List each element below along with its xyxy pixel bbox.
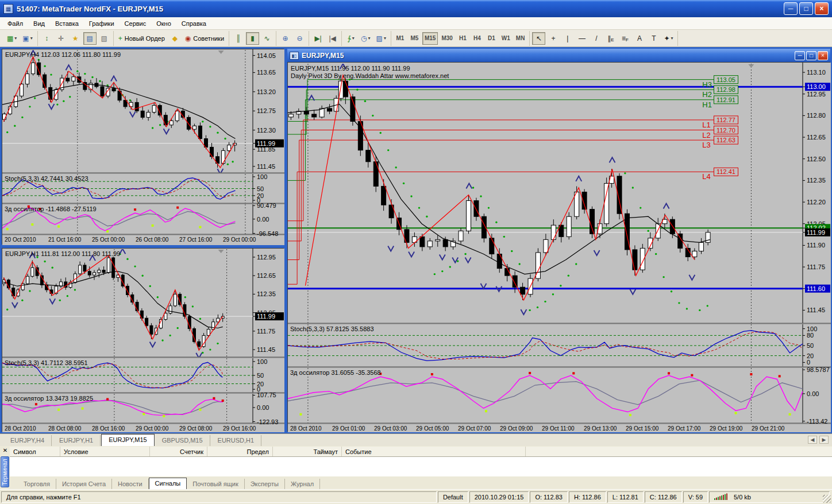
candle <box>304 111 309 114</box>
indicators-button[interactable]: ∱▾ <box>344 32 357 45</box>
menu-item-справка[interactable]: Справка <box>176 19 211 28</box>
terminal-tab-торговля[interactable]: Торговля <box>18 479 56 489</box>
arrows-tool-button[interactable]: ✦▾ <box>661 32 675 45</box>
pivot-label: L1 <box>702 121 710 129</box>
m15-chart-area[interactable]: H3113.05H2112.98H1112.91L1112.77L2112.70… <box>287 62 830 432</box>
new-order-button[interactable]: +Новый Ордер <box>116 32 167 45</box>
line-chart-button[interactable]: ∿ <box>260 32 274 45</box>
cursor-button[interactable]: ↖ <box>532 32 545 45</box>
chevron-down-icon: ▾ <box>30 36 33 41</box>
sar-dot <box>209 348 211 350</box>
maximize-button[interactable]: □ <box>799 2 813 15</box>
m15-chart-svg[interactable]: H3113.05H2112.98H1112.91L1112.77L2112.70… <box>288 63 831 432</box>
crosshair-button[interactable]: + <box>546 32 560 45</box>
chart-tab-eurjpy-m15[interactable]: EURJPY,M15 <box>101 434 154 446</box>
timeframe-w1-button[interactable]: W1 <box>499 32 513 45</box>
chart-close-button[interactable]: × <box>818 51 828 60</box>
timeframe-d1-button[interactable]: D1 <box>485 32 498 45</box>
menu-item-сервис[interactable]: Сервис <box>120 19 152 28</box>
terminal-tab-почтовый-ящик[interactable]: Почтовый ящик <box>187 479 244 489</box>
chart-minimize-button[interactable]: ─ <box>795 51 805 60</box>
axis-label: 111.99 <box>807 229 825 236</box>
menu-item-графики[interactable]: Графики <box>84 19 120 28</box>
close-button[interactable]: × <box>815 2 829 15</box>
axis-label: 111.85 <box>257 146 275 153</box>
timeframe-h4-button[interactable]: H4 <box>471 32 484 45</box>
sar-dot <box>640 207 641 208</box>
axis-label: 112.65 <box>257 272 276 279</box>
timeframe-m1-button[interactable]: M1 <box>394 32 407 45</box>
equidistant-channel-sub: E <box>611 37 614 42</box>
chart-shift-button[interactable]: |◀ <box>326 32 339 45</box>
templates-button[interactable]: ▨▾ <box>374 32 388 45</box>
terminal-columns: СимволУсловиеСчетчикПределТаймаутСобытие <box>10 447 832 457</box>
text-button[interactable]: A <box>633 32 646 45</box>
chart-tab-eurusd-h1[interactable]: EURUSD,H1 <box>211 435 262 446</box>
h4-chart-svg[interactable]: 114.05113.65113.20112.75112.30111.99111.… <box>2 49 284 245</box>
timeframe-h1-button[interactable]: H1 <box>456 32 469 45</box>
h4-chart-area[interactable]: 114.05113.65113.20112.75112.30111.99111.… <box>2 49 284 245</box>
svg-text:112.91: 112.91 <box>717 96 735 103</box>
candle <box>459 231 463 241</box>
sar-dot <box>199 318 201 320</box>
market-watch-button[interactable]: ↕ <box>40 32 53 45</box>
tab-scroll-left-icon[interactable]: ◀ <box>808 436 817 444</box>
data-window-button[interactable]: ✛ <box>55 32 68 45</box>
minimize-button[interactable]: ─ <box>784 2 798 15</box>
candlestick-button[interactable]: ▮ <box>246 32 259 45</box>
candle <box>147 112 150 117</box>
sar-dot <box>519 263 521 265</box>
date-label: 29 Oct 15:00 <box>626 425 659 432</box>
sar-dot <box>29 290 30 292</box>
vertical-line-button[interactable]: | <box>561 32 574 45</box>
sar-dot <box>678 302 680 304</box>
profiles-button[interactable]: ▣▾ <box>20 32 34 45</box>
terminal-close-icon[interactable]: ✕ <box>2 448 9 455</box>
new-chart-button[interactable]: ▦▾ <box>5 32 19 45</box>
chart-tab-eurjpy-h4[interactable]: EURJPY,H4 <box>3 435 52 446</box>
trendline-button[interactable]: / <box>590 32 603 45</box>
navigator-button[interactable]: ★ <box>69 32 82 45</box>
candle <box>490 238 494 254</box>
terminal-tab-эксперты[interactable]: Эксперты <box>245 479 285 489</box>
date-label: 26 Oct 08:00 <box>136 237 169 243</box>
fibonacci-button[interactable]: ≡F <box>618 32 631 45</box>
timeframe-m15-button[interactable]: M15 <box>422 32 438 45</box>
timeframe-mn-button[interactable]: MN <box>514 32 527 45</box>
chart-tab-eurjpy-h1[interactable]: EURJPY,H1 <box>52 435 101 446</box>
chart-tab-gbpusd-m15[interactable]: GBPUSD,M15 <box>155 435 210 446</box>
menu-item-вид[interactable]: Вид <box>28 19 50 28</box>
menu-item-файл[interactable]: Файл <box>2 19 28 28</box>
terminal-vertical-tab[interactable]: Терминал <box>1 456 9 487</box>
terminal-body[interactable] <box>10 457 832 476</box>
horizontal-line-button[interactable]: — <box>575 32 588 45</box>
terminal-tab-журнал[interactable]: Журнал <box>285 479 320 489</box>
tab-scroll-right-icon[interactable]: ▶ <box>819 436 829 444</box>
h1-chart-area[interactable]: 112.95112.65112.35112.05111.99111.75111.… <box>2 248 284 432</box>
advisors-button[interactable]: ◉Советники <box>183 32 226 45</box>
chart-window-titlebar[interactable]: ▮▯ EURJPY,M15 ─ □ × <box>287 49 830 62</box>
menu-item-вставка[interactable]: Вставка <box>50 19 84 28</box>
sar-dot <box>699 309 700 311</box>
strategy-tester-button[interactable]: ▧ <box>98 32 111 45</box>
text-label-button[interactable]: T <box>647 32 660 45</box>
terminal-tab-новости[interactable]: Новости <box>112 479 149 489</box>
menu-item-окно[interactable]: Окно <box>151 19 176 28</box>
chevron-down-icon: ▾ <box>368 36 371 41</box>
h1-chart-svg[interactable]: 112.95112.65112.35112.05111.99111.75111.… <box>2 249 284 432</box>
auto-scroll-button[interactable]: ▶| <box>311 32 325 45</box>
timeframe-m30-button[interactable]: M30 <box>439 32 454 45</box>
zoom-in-button[interactable]: ⊕ <box>279 32 292 45</box>
bar-chart-button[interactable]: ║ <box>232 32 245 45</box>
metaeditor-button[interactable]: ◆ <box>168 32 182 45</box>
periods-button[interactable]: ◷▾ <box>359 32 373 45</box>
terminal-tab-история-счета[interactable]: История Счета <box>56 479 112 489</box>
terminal-tab-сигналы[interactable]: Сигналы <box>149 478 187 489</box>
terminal-panel-button[interactable]: ▤ <box>83 32 97 45</box>
timeframe-m5-button[interactable]: M5 <box>408 32 421 45</box>
zoom-out-button[interactable]: ⊖ <box>293 32 306 45</box>
resize-grip[interactable] <box>823 495 831 503</box>
candle <box>466 201 471 231</box>
chart-maximize-button[interactable]: □ <box>806 51 816 60</box>
equidistant-channel-button[interactable]: ∥E <box>604 32 617 45</box>
